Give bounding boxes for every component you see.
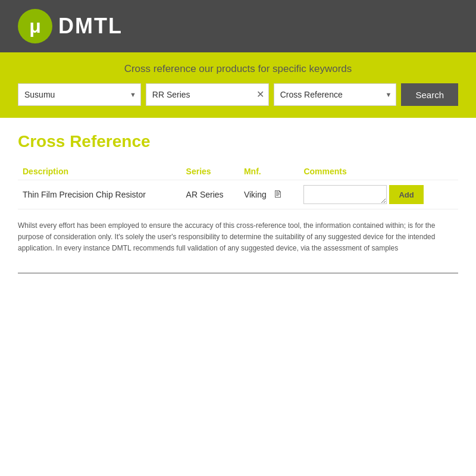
manufacturer-select-wrapper: Susumu Viking Panasonic Vishay ▼ — [18, 83, 141, 106]
search-button[interactable]: Search — [401, 83, 458, 106]
table-header: Description Series Mnf. Comments — [18, 163, 458, 180]
search-banner: Cross reference our products for specifi… — [0, 52, 476, 118]
comment-input[interactable] — [303, 185, 387, 204]
manufacturer-select[interactable]: Susumu Viking Panasonic Vishay — [18, 83, 141, 106]
type-select[interactable]: Cross Reference Part Number — [274, 83, 397, 106]
logo-icon — [18, 9, 52, 43]
table-row: Thin Film Precision Chip Resistor AR Ser… — [18, 180, 458, 209]
document-icon[interactable]: 🖹 — [273, 189, 283, 200]
cell-description: Thin Film Precision Chip Resistor — [18, 180, 181, 209]
disclaimer-text: Whilst every effort has been employed to… — [18, 220, 458, 255]
banner-title: Cross reference our products for specifi… — [18, 63, 458, 75]
results-table: Description Series Mnf. Comments Thin Fi… — [18, 163, 458, 209]
col-comments: Comments — [299, 163, 458, 180]
site-header: DMTL — [0, 0, 476, 52]
comment-cell: Add — [303, 185, 453, 204]
footer-divider — [18, 273, 458, 274]
series-input-clear-icon[interactable]: ✕ — [256, 90, 264, 99]
logo: DMTL — [18, 9, 123, 43]
type-select-wrapper: Cross Reference Part Number ▼ — [274, 83, 397, 106]
series-input[interactable] — [146, 83, 269, 106]
add-button[interactable]: Add — [389, 185, 423, 204]
table-body: Thin Film Precision Chip Resistor AR Ser… — [18, 180, 458, 209]
main-content: Cross Reference Description Series Mnf. … — [0, 118, 476, 292]
cell-mnf: Viking 🖹 — [239, 180, 299, 209]
cell-series: AR Series — [181, 180, 239, 209]
col-series: Series — [181, 163, 239, 180]
series-input-wrapper: ✕ — [146, 83, 269, 106]
col-mnf: Mnf. — [239, 163, 299, 180]
section-title: Cross Reference — [18, 132, 458, 151]
mnf-name: Viking — [244, 190, 267, 199]
search-row: Susumu Viking Panasonic Vishay ▼ ✕ Cross… — [18, 83, 458, 106]
col-description: Description — [18, 163, 181, 180]
cell-comments: Add — [299, 180, 458, 209]
logo-text: DMTL — [58, 14, 123, 39]
